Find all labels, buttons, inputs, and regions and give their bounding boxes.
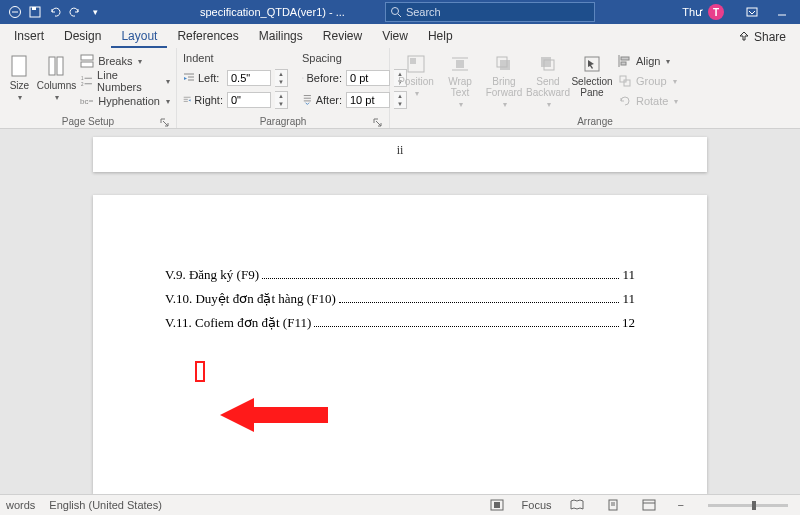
svg-rect-44 [620, 76, 626, 82]
toc-page: 11 [622, 267, 635, 283]
status-words[interactable]: words [6, 499, 35, 511]
spacing-before-input[interactable] [346, 70, 390, 86]
tab-mailings[interactable]: Mailings [249, 25, 313, 48]
page-size-icon [9, 54, 29, 78]
svg-rect-9 [49, 57, 55, 75]
focus-icon [490, 499, 504, 511]
toc-line[interactable]: V.10. Duyệt đơn đặt hàng (F10) 11 [165, 291, 635, 307]
align-button[interactable]: Align▾ [618, 52, 678, 70]
group-paragraph: Indent Left: ▲▼ Right: ▲▼ Spacing Before… [177, 48, 390, 128]
dialog-launcher-icon[interactable] [373, 118, 383, 128]
spacing-after-icon [302, 94, 313, 106]
svg-rect-33 [456, 60, 464, 68]
tab-help[interactable]: Help [418, 25, 463, 48]
web-layout-button[interactable] [638, 497, 660, 513]
search-icon [390, 6, 402, 18]
tab-design[interactable]: Design [54, 25, 111, 48]
breaks-icon [80, 54, 94, 68]
indent-right-icon [183, 94, 191, 106]
ribbon-tabs: Insert Design Layout References Mailings… [0, 24, 800, 48]
account-control[interactable]: Thư T [672, 4, 734, 20]
chevron-down-icon: ▾ [18, 93, 22, 102]
svg-rect-6 [747, 8, 757, 16]
size-button[interactable]: Size ▾ [6, 50, 33, 102]
read-mode-button[interactable] [566, 497, 588, 513]
columns-button[interactable]: Columns ▾ [37, 50, 76, 102]
qat-customize-icon[interactable]: ▾ [88, 5, 102, 19]
svg-rect-42 [621, 57, 629, 60]
indent-right-input[interactable] [227, 92, 271, 108]
web-layout-icon [642, 499, 656, 511]
toc-leader [262, 278, 619, 279]
indent-left-icon [183, 72, 195, 84]
send-backward-icon [538, 54, 558, 74]
svg-rect-45 [624, 80, 630, 86]
redo-icon[interactable] [68, 5, 82, 19]
window-controls [734, 0, 800, 24]
tab-references[interactable]: References [167, 25, 248, 48]
wrap-text-icon [450, 54, 470, 74]
rotate-button: Rotate▾ [618, 92, 678, 110]
hyphenation-icon: bc [80, 94, 94, 108]
tab-insert[interactable]: Insert [4, 25, 54, 48]
indent-left-input[interactable] [227, 70, 271, 86]
hyphenation-button[interactable]: bc Hyphenation▾ [80, 92, 170, 110]
indent-header: Indent [183, 52, 288, 64]
save-icon[interactable] [28, 5, 42, 19]
line-numbers-button[interactable]: 12 Line Numbers▾ [80, 72, 170, 90]
spacing-after-input[interactable] [346, 92, 390, 108]
share-button[interactable]: Share [728, 26, 796, 48]
toc-text: V.11. Cofiem đơn đặt (F11) [165, 315, 311, 331]
focus-mode-button[interactable] [486, 497, 508, 513]
tab-view[interactable]: View [372, 25, 418, 48]
dialog-launcher-icon[interactable] [160, 118, 170, 128]
toc-text: V.10. Duyệt đơn đặt hàng (F10) [165, 291, 336, 307]
svg-rect-43 [621, 62, 626, 65]
tab-layout[interactable]: Layout [111, 25, 167, 48]
line-numbers-icon: 12 [80, 74, 93, 88]
selection-pane-icon [582, 54, 602, 74]
wrap-text-button: Wrap Text▾ [440, 50, 480, 109]
user-name: Thư [682, 6, 702, 19]
toc-line[interactable]: V.11. Cofiem đơn đặt (F11) 12 [165, 315, 635, 331]
status-language[interactable]: English (United States) [49, 499, 162, 511]
focus-label[interactable]: Focus [522, 499, 552, 511]
chevron-down-icon: ▾ [55, 93, 59, 102]
minimize-icon[interactable] [768, 0, 796, 24]
tab-review[interactable]: Review [313, 25, 372, 48]
indent-left-field[interactable]: Left: ▲▼ [183, 68, 288, 88]
autosave-off-icon[interactable] [8, 5, 22, 19]
svg-text:bc: bc [80, 97, 88, 106]
page-current[interactable]: V.9. Đăng ký (F9) 11 V.10. Duyệt đơn đặt… [93, 195, 707, 494]
zoom-slider[interactable] [708, 504, 788, 507]
svg-rect-52 [643, 500, 655, 510]
spinner-arrows[interactable]: ▲▼ [275, 91, 288, 109]
zoom-out-button[interactable]: − [674, 499, 688, 511]
svg-rect-38 [541, 57, 551, 67]
indent-right-field[interactable]: Right: ▲▼ [183, 90, 288, 110]
search-placeholder: Search [406, 6, 441, 18]
spinner-arrows[interactable]: ▲▼ [275, 69, 288, 87]
page-numeral: ii [397, 143, 404, 157]
toc-line[interactable]: V.9. Đăng ký (F9) 11 [165, 267, 635, 283]
svg-rect-3 [32, 7, 36, 10]
page-previous-bottom: ii [93, 137, 707, 172]
document-area[interactable]: ii V.9. Đăng ký (F9) 11 V.10. Duyệt đơn … [0, 129, 800, 494]
undo-icon[interactable] [48, 5, 62, 19]
ribbon: Size ▾ Columns ▾ Breaks▾ 12 Line Numbers… [0, 48, 800, 129]
quick-access-toolbar: ▾ [0, 0, 110, 24]
print-layout-button[interactable] [602, 497, 624, 513]
group-button: Group▾ [618, 72, 678, 90]
svg-rect-8 [12, 56, 26, 76]
group-page-setup: Size ▾ Columns ▾ Breaks▾ 12 Line Numbers… [0, 48, 177, 128]
svg-point-4 [391, 8, 398, 15]
columns-icon [46, 54, 66, 78]
selection-pane-button[interactable]: Selection Pane [572, 50, 612, 98]
svg-rect-48 [494, 502, 500, 508]
breaks-button[interactable]: Breaks▾ [80, 52, 170, 70]
share-icon [738, 31, 750, 43]
svg-rect-10 [57, 57, 63, 75]
search-box[interactable]: Search [385, 2, 595, 22]
position-button: Position▾ [396, 50, 436, 98]
ribbon-display-icon[interactable] [738, 0, 766, 24]
